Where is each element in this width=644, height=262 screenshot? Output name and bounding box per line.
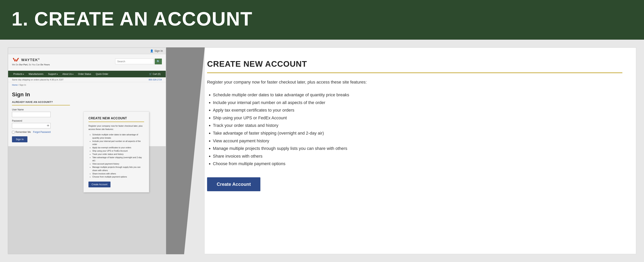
person-icon: 👤 (150, 49, 153, 52)
remember-label[interactable]: Remember Me (12, 131, 31, 133)
top-banner: 1. CREATE AN ACCOUNT (0, 0, 644, 40)
username-label: User Name (12, 108, 162, 111)
show-password-icon[interactable]: 👁 (47, 124, 50, 127)
password-wrap: 👁 (12, 123, 50, 128)
list-item: Manage multiple projects through supply … (92, 165, 144, 172)
list-item: Take advantage of faster shipping (overn… (213, 129, 622, 137)
list-item: Ship using your UPS or FedEx Account (213, 114, 622, 122)
logo-name: WAYTEK® (21, 58, 40, 62)
forgot-password-link[interactable]: Forgot Password (33, 131, 50, 133)
diagonal-overlay (182, 47, 205, 254)
phone-link[interactable]: 800-328-2724 (148, 79, 162, 81)
nav-item-quick-order[interactable]: Quick Order (94, 71, 111, 77)
svg-marker-0 (13, 58, 19, 62)
overlay-card-title: CREATE NEW ACCOUNT (88, 117, 144, 122)
breadcrumb: Home / Sign In (8, 82, 166, 88)
announcement-bar: Same day shipping on orders placed by 4:… (8, 77, 166, 82)
already-account-label: ALREADY HAVE AN ACCOUNT? (12, 101, 70, 105)
info-panel: CREATE NEW ACCOUNT Register your company… (193, 47, 636, 254)
signin-button[interactable]: Sign In (12, 136, 28, 142)
list-item: Schedule multiple order dates to take ad… (213, 91, 622, 99)
list-item: Track your order status and history (213, 122, 622, 129)
browser-screenshot: 👤 Sign In WAYTEK® (8, 47, 166, 254)
list-item: Manage multiple projects through supply … (213, 145, 622, 152)
main-content: 👤 Sign In WAYTEK® (0, 40, 644, 262)
browser-header: WAYTEK® We Do Our Part, So You Can Do Yo… (8, 54, 166, 71)
nav-item-about[interactable]: About Us (60, 71, 76, 77)
header-top: WAYTEK® We Do Our Part, So You Can Do Yo… (12, 57, 162, 66)
sign-in-label: Sign In (154, 49, 163, 52)
list-item: Include your internal part number on all… (213, 99, 622, 107)
overlay-card-features-list: Schedule multiple order dates to take ad… (88, 133, 144, 178)
breadcrumb-current: Sign In (20, 84, 26, 86)
nav-item-manufacturers[interactable]: Manufacturers (26, 71, 46, 77)
nav-item-order-status[interactable]: Order Status (76, 71, 94, 77)
logo-title: WAYTEK® (12, 57, 50, 63)
nav-item-products[interactable]: Products (11, 71, 26, 77)
browser-topbar: 👤 Sign In (8, 48, 166, 54)
info-panel-title: CREATE NEW ACCOUNT (207, 59, 622, 73)
logo-area: WAYTEK® We Do Our Part, So You Can Do Yo… (12, 57, 50, 66)
list-item: Include your internal part number on all… (92, 140, 144, 146)
list-item: Take advantage of faster shipping (overn… (92, 156, 144, 162)
info-panel-desc: Register your company now for faster che… (207, 79, 622, 85)
breadcrumb-home[interactable]: Home (12, 84, 18, 86)
info-panel-create-account-button[interactable]: Create Account (207, 177, 260, 191)
announcement-text: Same day shipping on orders placed by 4:… (12, 79, 64, 81)
waytek-logo-icon (12, 57, 20, 63)
search-input[interactable] (115, 59, 154, 64)
nav-bar: Products Manufacturers Support About Us … (8, 71, 166, 77)
signin-title: Sign In (12, 91, 162, 98)
password-input[interactable] (12, 123, 50, 128)
list-item: Apply tax exempt certificates to your or… (213, 106, 622, 114)
page-heading: 1. CREATE AN ACCOUNT (12, 8, 632, 30)
diagonal-divider (166, 47, 205, 254)
logo-tagline: We Do Our Part, So You Can Do Yours (12, 63, 50, 66)
list-item: Choose from multiple payment options (92, 175, 144, 178)
username-input[interactable] (12, 112, 50, 117)
list-item: Share invoices with others (92, 172, 144, 175)
remember-checkbox[interactable] (12, 131, 14, 133)
list-item: View account payment history (92, 162, 144, 165)
info-panel-features-list: Schedule multiple order dates to take ad… (207, 91, 622, 168)
nav-cart[interactable]: 🛒 Cart (0) (147, 71, 163, 77)
remember-row: Remember Me Forgot Password (12, 131, 50, 133)
search-button[interactable]: 🔍 (155, 59, 162, 64)
list-item: View account payment history (213, 137, 622, 145)
overlay-create-account-button[interactable]: Create Account (88, 182, 110, 187)
list-item: Track your order status and history (92, 153, 144, 156)
overlay-card-desc: Register your company now for faster che… (88, 124, 144, 131)
list-item: Schedule multiple order dates to take ad… (92, 133, 144, 140)
list-item: Ship using your UPS or FedEx Account (92, 149, 144, 153)
nav-item-support[interactable]: Support (46, 71, 60, 77)
list-item: Share invoices with others (213, 152, 622, 160)
create-account-overlay-card: CREATE NEW ACCOUNT Register your company… (84, 112, 149, 192)
sign-in-link[interactable]: 👤 Sign In (150, 49, 163, 52)
search-area: 🔍 (115, 59, 162, 64)
list-item: Apply tax exempt certificates to your or… (92, 146, 144, 149)
list-item: Choose from multiple payment options (213, 160, 622, 168)
